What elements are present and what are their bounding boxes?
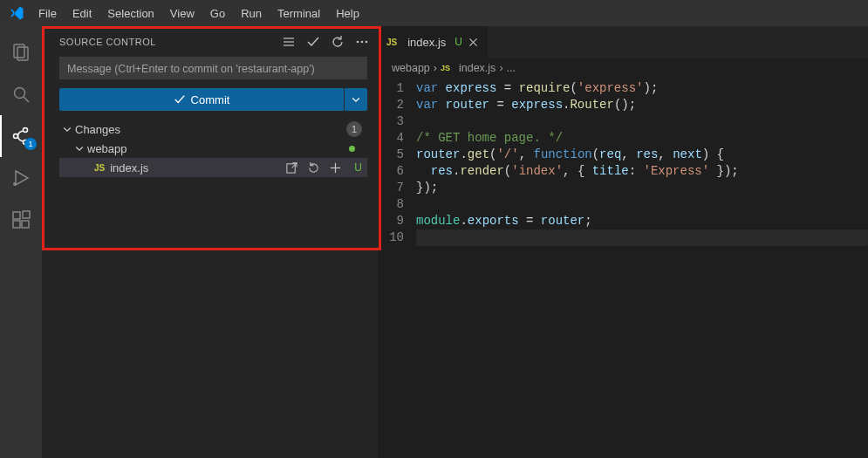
chevron-right-icon: › <box>434 62 437 74</box>
menu-edit[interactable]: Edit <box>65 3 99 24</box>
svg-point-18 <box>366 40 368 43</box>
svg-point-4 <box>24 128 28 133</box>
crumb-tail[interactable]: ... <box>507 62 516 74</box>
chevron-down-icon <box>61 124 73 134</box>
code-editor[interactable]: 12345678910 var express = require('expre… <box>378 79 868 246</box>
commit-button-label: Commit <box>191 93 230 106</box>
commit-message-input[interactable]: Message (Ctrl+Enter to commit on 'restau… <box>59 57 367 79</box>
activity-run-debug[interactable] <box>0 157 42 199</box>
line-gutter: 12345678910 <box>378 80 416 246</box>
vscode-icon <box>9 5 24 21</box>
menubar: File Edit Selection View Go Run Terminal… <box>31 3 366 24</box>
chevron-right-icon: › <box>499 62 502 74</box>
activity-search[interactable] <box>0 73 42 115</box>
menu-go[interactable]: Go <box>203 3 232 24</box>
commit-dropdown[interactable] <box>345 88 367 111</box>
changed-file-row[interactable]: JS index.js U <box>59 158 367 177</box>
js-file-icon: JS <box>94 163 105 173</box>
svg-point-16 <box>357 40 359 43</box>
changes-label: Changes <box>75 123 120 136</box>
editor-tab[interactable]: JS index.js U <box>378 26 489 58</box>
more-actions-icon[interactable] <box>355 35 369 49</box>
activitybar: 1 <box>0 26 42 458</box>
activity-explorer[interactable] <box>0 31 42 73</box>
discard-changes-icon[interactable] <box>307 161 320 174</box>
commit-button[interactable]: Commit <box>59 88 344 111</box>
crumb-file[interactable]: index.js <box>459 62 496 74</box>
js-file-icon: JS <box>441 64 450 72</box>
refresh-icon[interactable] <box>331 35 345 49</box>
status-dot <box>349 146 355 152</box>
close-icon[interactable] <box>468 37 479 48</box>
folder-row[interactable]: webapp <box>59 139 367 158</box>
menu-terminal[interactable]: Terminal <box>270 3 327 24</box>
svg-point-17 <box>361 40 364 43</box>
file-status: U <box>354 161 362 174</box>
crumb-folder[interactable]: webapp <box>392 62 430 74</box>
tabbar: JS index.js U <box>378 26 868 58</box>
code-lines[interactable]: var express = require('express'); var ro… <box>416 80 868 246</box>
svg-line-3 <box>24 97 29 102</box>
svg-point-2 <box>15 88 25 99</box>
titlebar: File Edit Selection View Go Run Terminal… <box>0 0 868 26</box>
menu-run[interactable]: Run <box>234 3 269 24</box>
stage-changes-icon[interactable] <box>329 161 342 174</box>
svg-marker-7 <box>16 171 28 185</box>
open-file-icon[interactable] <box>285 161 298 174</box>
panel-title: SOURCE CONTROL <box>59 37 156 47</box>
changes-section[interactable]: Changes 1 <box>59 120 367 139</box>
commit-icon[interactable] <box>306 35 320 49</box>
file-label: index.js <box>110 161 148 174</box>
svg-rect-9 <box>13 212 20 219</box>
editor-area: JS index.js U webapp › JS index.js › ...… <box>378 26 868 458</box>
menu-file[interactable]: File <box>31 3 64 24</box>
menu-help[interactable]: Help <box>329 3 366 24</box>
menu-view[interactable]: View <box>163 3 202 24</box>
svg-rect-19 <box>287 163 295 172</box>
breadcrumb[interactable]: webapp › JS index.js › ... <box>378 58 868 79</box>
tab-status: U <box>455 36 462 49</box>
tab-filename: index.js <box>407 36 446 49</box>
js-file-icon: JS <box>386 38 397 47</box>
menu-selection[interactable]: Selection <box>100 3 161 24</box>
chevron-down-icon <box>73 143 85 154</box>
svg-rect-11 <box>22 221 29 228</box>
folder-label: webapp <box>87 142 127 155</box>
view-as-tree-icon[interactable] <box>282 35 296 49</box>
changes-count: 1 <box>346 121 362 137</box>
svg-point-8 <box>13 182 17 186</box>
source-control-panel: SOURCE CONTROL Message (Ctrl+Enter to co… <box>42 26 378 458</box>
svg-rect-10 <box>13 221 20 228</box>
activity-source-control[interactable]: 1 <box>0 115 42 157</box>
svg-rect-12 <box>23 211 30 218</box>
activity-extensions[interactable] <box>0 199 42 241</box>
scm-badge: 1 <box>24 138 37 150</box>
